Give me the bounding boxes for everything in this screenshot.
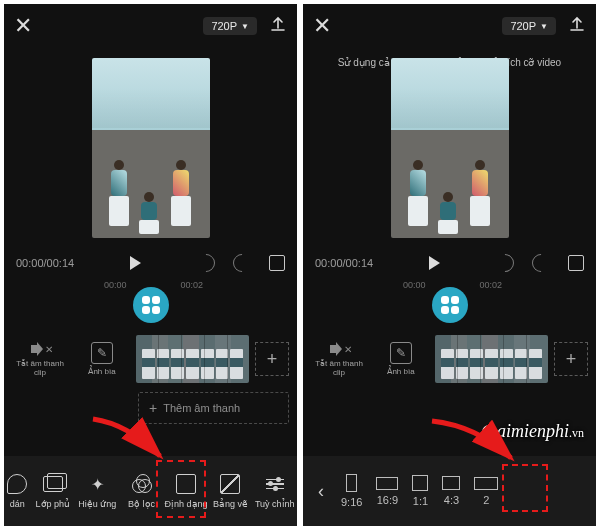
- ratio-4-3[interactable]: 4:3: [442, 476, 460, 506]
- top-bar: ✕ 720P ▼: [4, 4, 297, 48]
- fullscreen-button[interactable]: [568, 255, 584, 271]
- ratio-bar: ‹ 9:16 16:9 1:1 4:3 2: [303, 456, 596, 526]
- ruler-tick: 00:00: [403, 280, 426, 290]
- plus-icon: +: [149, 400, 157, 416]
- format-icon: [175, 473, 197, 495]
- back-button[interactable]: ‹: [309, 481, 333, 502]
- track-area: ✕ Tắt âm thanh clip ✎ Ảnh bìa + + Thêm â…: [4, 332, 297, 430]
- ratio-1-1[interactable]: 1:1: [412, 475, 428, 507]
- undo-button[interactable]: [492, 250, 517, 275]
- phone-right: ✕ 720P ▼ Sử dụng cả hai ngón tay để thay…: [303, 4, 596, 526]
- add-clip-button[interactable]: +: [554, 342, 588, 376]
- undo-button[interactable]: [193, 250, 218, 275]
- preview-area[interactable]: [4, 48, 297, 248]
- mute-clip[interactable]: ✕ Tắt âm thanh clip: [12, 332, 68, 386]
- canvas-icon: [219, 473, 241, 495]
- time-bar: 00:00/00:14: [4, 248, 297, 278]
- pencil-icon: ✎: [390, 342, 412, 364]
- resolution-label: 720P: [211, 20, 237, 32]
- cover-image[interactable]: ✎ Ảnh bìa: [373, 332, 429, 386]
- pencil-icon: ✎: [91, 342, 113, 364]
- toolbar-tuychinh[interactable]: Tuỳ chỉnh: [253, 456, 297, 526]
- resolution-pill[interactable]: 720P ▼: [502, 17, 556, 35]
- preview-area[interactable]: Sử dụng cả hai ngón tay để thay đổi kích…: [303, 48, 596, 248]
- fullscreen-button[interactable]: [269, 255, 285, 271]
- add-clip-button[interactable]: +: [255, 342, 289, 376]
- timeline-ruler[interactable]: 00:00 00:02: [303, 278, 596, 332]
- toolbar-hieuung[interactable]: ✦ Hiệu ứng: [75, 456, 119, 526]
- bottom-toolbar: dán Lớp phủ ✦ Hiệu ứng Bộ lọc Định dạng: [4, 456, 297, 526]
- ratio-16-9[interactable]: 16:9: [376, 477, 398, 506]
- phone-left: ✕ 720P ▼ 00:00/00:14: [4, 4, 297, 526]
- timecode: 00:00/00:14: [16, 257, 74, 269]
- video-track[interactable]: [435, 335, 548, 383]
- video-track[interactable]: [136, 335, 249, 383]
- speaker-muted-icon: ✕: [31, 342, 49, 356]
- ruler-tick: 00:02: [181, 280, 204, 290]
- redo-button[interactable]: [229, 250, 254, 275]
- grid-button[interactable]: [432, 287, 468, 323]
- ratio-2-1[interactable]: 2: [474, 477, 498, 506]
- track-area: ✕ Tắt âm thanh clip ✎ Ảnh bìa +: [303, 332, 596, 398]
- chevron-down-icon: ▼: [540, 22, 548, 31]
- speaker-muted-icon: ✕: [330, 342, 348, 356]
- toolbar-bangve[interactable]: Bảng vẽ: [208, 456, 252, 526]
- cover-image[interactable]: ✎ Ảnh bìa: [74, 332, 130, 386]
- timeline-ruler[interactable]: 00:00 00:02: [4, 278, 297, 332]
- add-audio-row[interactable]: + Thêm âm thanh: [138, 392, 289, 424]
- export-button[interactable]: [269, 15, 287, 37]
- sticker-icon: [6, 473, 28, 495]
- resolution-pill[interactable]: 720P ▼: [203, 17, 257, 35]
- watermark: aimienphi.vn: [481, 421, 584, 442]
- play-button[interactable]: [429, 256, 440, 270]
- chevron-down-icon: ▼: [241, 22, 249, 31]
- toolbar-dan[interactable]: dán: [4, 456, 31, 526]
- play-button[interactable]: [130, 256, 141, 270]
- toolbar-dinhdang[interactable]: Định dạng: [164, 456, 208, 526]
- ratio-9-16[interactable]: 9:16: [341, 474, 362, 508]
- close-button[interactable]: ✕: [14, 13, 32, 39]
- video-preview: [391, 58, 509, 238]
- timecode: 00:00/00:14: [315, 257, 373, 269]
- add-audio-label: Thêm âm thanh: [163, 402, 240, 414]
- filter-icon: [131, 473, 153, 495]
- mute-clip[interactable]: ✕ Tắt âm thanh clip: [311, 332, 367, 386]
- export-button[interactable]: [568, 15, 586, 37]
- resolution-label: 720P: [510, 20, 536, 32]
- ruler-tick: 00:02: [480, 280, 503, 290]
- video-preview: [92, 58, 210, 238]
- redo-button[interactable]: [528, 250, 553, 275]
- top-bar: ✕ 720P ▼: [303, 4, 596, 48]
- grid-button[interactable]: [133, 287, 169, 323]
- effects-icon: ✦: [86, 473, 108, 495]
- overlay-icon: [42, 473, 64, 495]
- close-button[interactable]: ✕: [313, 13, 331, 39]
- toolbar-lopphu[interactable]: Lớp phủ: [31, 456, 75, 526]
- time-bar: 00:00/00:14: [303, 248, 596, 278]
- ruler-tick: 00:00: [104, 280, 127, 290]
- adjust-icon: [264, 473, 286, 495]
- toolbar-boloc[interactable]: Bộ lọc: [119, 456, 163, 526]
